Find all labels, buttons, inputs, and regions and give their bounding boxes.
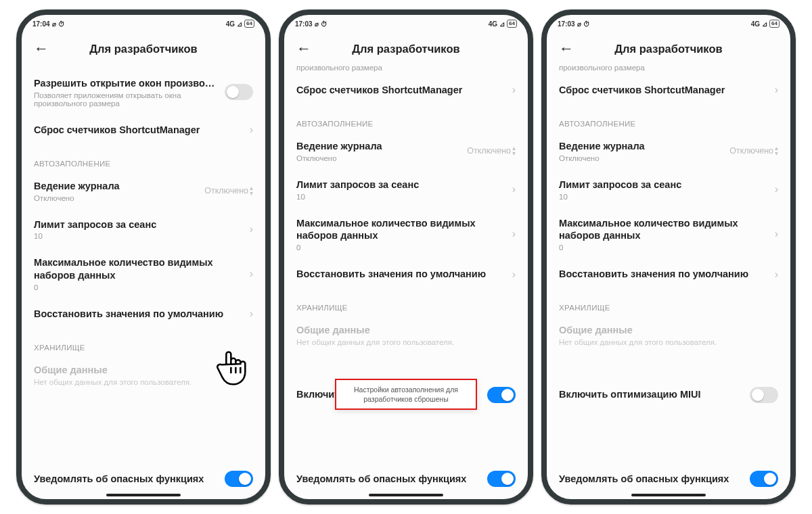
item-restore-defaults[interactable]: Восстановить значения по умолчанию › — [559, 260, 778, 289]
item-journal[interactable]: Ведение журналаОтключено Отключено▴▾ — [559, 132, 778, 170]
toggle-notify-danger[interactable] — [487, 471, 516, 487]
select-value-journal[interactable]: Отключено▴▾ — [729, 145, 778, 156]
item-datasets[interactable]: Максимальное количество видимых наборов … — [296, 209, 516, 260]
item-miui-opt[interactable]: Включить оптимизацию MIUI — [559, 379, 778, 411]
signal-icon: 4G — [751, 20, 760, 28]
chevron-right-icon: › — [250, 268, 253, 280]
chevron-updown-icon: ▴▾ — [250, 185, 253, 196]
item-shared-data: Общие данныеНет общих данных для этого п… — [559, 316, 778, 354]
chevron-right-icon: › — [512, 268, 516, 281]
section-storage: ХРАНИЛИЩЕ — [296, 289, 516, 316]
toast-line: разработчиков сброшены — [348, 394, 464, 404]
item-sub: Отключено — [34, 194, 198, 202]
back-button[interactable]: ← — [294, 37, 314, 60]
section-storage: ХРАНИЛИЩЕ — [34, 329, 253, 356]
chevron-right-icon: › — [775, 228, 778, 240]
item-label: Общие данные — [559, 324, 778, 337]
toggle-miui-opt[interactable] — [750, 387, 778, 403]
phone-3: 17:03⌀⏱ 4G⊿64 ← Для разработчиков произв… — [541, 9, 796, 505]
item-sub: 10 — [34, 232, 243, 240]
chevron-right-icon: › — [775, 268, 778, 281]
item-label: Ведение журнала — [34, 180, 198, 193]
item-sub: 0 — [296, 243, 505, 252]
settings-list[interactable]: произвольного размера Сброс счетчиков Sh… — [547, 65, 790, 461]
item-shared-data: Общие данныеНет общих данных для этого п… — [34, 356, 253, 394]
item-datasets[interactable]: Максимальное количество видимых наборов … — [34, 248, 253, 300]
item-label: Уведомлять об опасных функциях — [34, 473, 204, 484]
page-title: Для разработчиков — [547, 43, 790, 55]
section-storage: ХРАНИЛИЩЕ — [559, 289, 778, 316]
dnd-icon: ⌀ — [315, 20, 319, 28]
item-label: Общие данные — [34, 364, 253, 377]
item-label: Лимит запросов за сеанс — [34, 218, 243, 231]
phone-1: 17:04⌀⏱ 4G⊿64 ← Для разработчиков Разреш… — [16, 9, 271, 505]
status-bar: 17:04⌀⏱ 4G⊿64 — [22, 15, 265, 32]
chevron-right-icon: › — [512, 84, 516, 96]
truncated-item-sub: произвольного размера — [296, 65, 516, 72]
item-label: Разрешить открытие окон произво… — [34, 77, 218, 90]
item-limit[interactable]: Лимит запросов за сеанс10 › — [559, 170, 778, 209]
item-sub: 0 — [559, 243, 768, 252]
item-sub: Нет общих данных для этого пользователя. — [559, 338, 778, 346]
item-sub: Нет общих данных для этого пользователя. — [34, 378, 253, 386]
section-autofill: АВТОЗАПОЛНЕНИЕ — [34, 145, 253, 172]
item-label: Максимальное количество видимых наборов … — [559, 217, 768, 243]
signal-icon: 4G — [226, 20, 235, 28]
item-label: Общие данные — [296, 324, 516, 337]
item-label: Лимит запросов за сеанс — [559, 179, 768, 191]
toggle-miui-opt[interactable] — [487, 387, 516, 403]
signal-icon: 4G — [489, 20, 497, 28]
item-label: Уведомлять об опасных функциях — [296, 473, 466, 484]
select-value-journal[interactable]: Отключено▴▾ — [467, 145, 516, 156]
dnd-icon: ⌀ — [52, 20, 56, 28]
toast-line: Настройки автозаполнения для — [348, 385, 464, 394]
item-notify-danger[interactable]: Уведомлять об опасных функциях — [284, 461, 528, 499]
item-datasets[interactable]: Максимальное количество видимых наборов … — [559, 209, 778, 260]
page-title: Для разработчиков — [22, 43, 265, 55]
item-label: Сброс счетчиков ShortcutManager — [296, 84, 505, 97]
item-limit[interactable]: Лимит запросов за сеанс10 › — [296, 170, 516, 209]
dnd-icon: ⌀ — [577, 20, 581, 28]
section-autofill: АВТОЗАПОЛНЕНИЕ — [296, 105, 516, 132]
toggle-notify-danger[interactable] — [750, 471, 778, 487]
item-allow-windows[interactable]: Разрешить открытие окон произво…Позволяе… — [34, 69, 253, 116]
alarm-icon: ⏱ — [321, 20, 328, 28]
toggle-allow-windows[interactable] — [225, 84, 253, 100]
settings-list[interactable]: Разрешить открытие окон произво…Позволяе… — [22, 65, 265, 461]
item-label: Максимальное количество видимых наборов … — [34, 256, 243, 282]
item-notify-danger[interactable]: Уведомлять об опасных функциях — [22, 461, 265, 499]
app-header: ← Для разработчиков — [22, 32, 265, 65]
item-label: Максимальное количество видимых наборов … — [296, 217, 505, 243]
signal-bars-icon: ⊿ — [762, 20, 767, 28]
battery-icon: 64 — [244, 20, 254, 28]
item-journal[interactable]: Ведение журналаОтключено Отключено▴▾ — [296, 132, 516, 170]
page-title: Для разработчиков — [284, 43, 528, 55]
chevron-updown-icon: ▴▾ — [775, 145, 778, 156]
status-time: 17:04 — [32, 20, 50, 28]
item-limit[interactable]: Лимит запросов за сеанс10 › — [34, 210, 253, 249]
app-header: ← Для разработчиков — [547, 32, 790, 65]
item-shortcut-reset[interactable]: Сброс счетчиков ShortcutManager › — [34, 116, 253, 145]
section-autofill: АВТОЗАПОЛНЕНИЕ — [559, 105, 778, 132]
status-bar: 17:03⌀⏱ 4G⊿64 — [547, 15, 790, 32]
back-button[interactable]: ← — [31, 37, 51, 60]
back-button[interactable]: ← — [556, 37, 577, 60]
item-label: Сброс счетчиков ShortcutManager — [34, 124, 243, 137]
chevron-right-icon: › — [250, 124, 253, 136]
item-shortcut-reset[interactable]: Сброс счетчиков ShortcutManager › — [559, 76, 778, 105]
item-journal[interactable]: Ведение журналаОтключено Отключено▴▾ — [34, 172, 253, 210]
signal-bars-icon: ⊿ — [237, 20, 242, 28]
select-value-journal[interactable]: Отключено▴▾ — [204, 185, 253, 196]
item-label: Включить оптимизацию MIUI — [559, 388, 743, 401]
toggle-notify-danger[interactable] — [225, 471, 253, 487]
chevron-right-icon: › — [512, 183, 516, 195]
chevron-right-icon: › — [250, 223, 253, 235]
item-notify-danger[interactable]: Уведомлять об опасных функциях — [547, 461, 790, 499]
item-label: Сброс счетчиков ShortcutManager — [559, 84, 768, 97]
item-label: Восстановить значения по умолчанию — [34, 308, 243, 321]
chevron-right-icon: › — [775, 84, 778, 96]
item-restore-defaults[interactable]: Восстановить значения по умолчанию › — [296, 260, 516, 289]
item-shortcut-reset[interactable]: Сброс счетчиков ShortcutManager › — [296, 76, 516, 105]
item-restore-defaults[interactable]: Восстановить значения по умолчанию › — [34, 300, 253, 329]
item-sub: 10 — [559, 193, 768, 201]
